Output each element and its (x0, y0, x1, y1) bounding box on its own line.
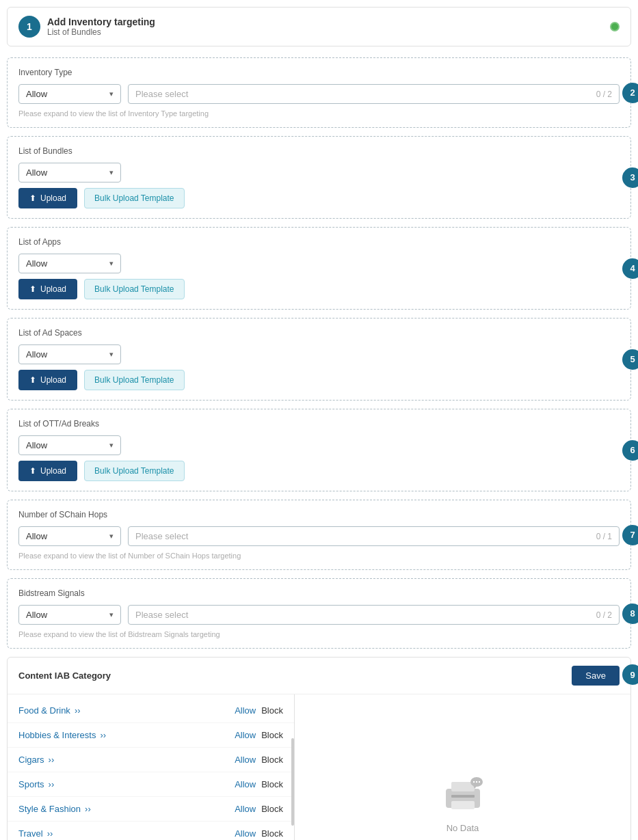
no-data-label: No Data (447, 823, 479, 833)
iab-item-left-2: Cigars › (18, 755, 54, 765)
ott-dropdown[interactable]: Allow (18, 435, 121, 455)
apps-dropdown[interactable]: Allow (18, 254, 121, 273)
adspaces-dropdown[interactable]: Allow (18, 344, 121, 364)
list-of-ad-spaces-section: List of Ad Spaces Allow Upload Bulk Uplo… (7, 318, 631, 401)
bundles-controls: Allow (18, 163, 620, 182)
no-data-icon (439, 775, 487, 816)
list-of-apps-section: List of Apps Allow Upload Bulk Upload Te… (7, 227, 631, 310)
upload-icon (29, 466, 36, 476)
bundles-dropdown[interactable]: Allow (18, 163, 121, 182)
iab-allow-button[interactable]: Allow (235, 705, 256, 716)
list-of-ott-section: List of OTT/Ad Breaks Allow Upload Bulk … (7, 409, 631, 491)
iab-block-button[interactable]: Block (261, 705, 283, 716)
iab-item-name: Cigars (18, 755, 44, 765)
iab-allow-button[interactable]: Allow (235, 730, 256, 740)
svg-rect-3 (451, 795, 475, 798)
iab-item-name: Style & Fashion (18, 804, 81, 814)
schain-select[interactable]: Please select 0 / 1 (128, 526, 620, 546)
iab-list-item[interactable]: Hobbies & Interests › Allow Block (8, 723, 294, 748)
schain-controls: Allow Please select 0 / 1 (18, 526, 620, 546)
chevron-right-icon: › (49, 755, 55, 765)
svg-point-7 (475, 781, 477, 782)
chevron-down-icon (109, 259, 114, 268)
step-4-badge: 4 (622, 258, 638, 279)
inventory-type-dropdown[interactable]: Allow (18, 84, 121, 104)
apps-label: List of Apps (18, 237, 620, 247)
adspaces-bulk-button[interactable]: Bulk Upload Template (84, 370, 185, 390)
step-8-badge: 8 (622, 604, 638, 624)
iab-item-actions: Allow Block (235, 705, 283, 716)
schain-label: Number of SChain Hops (18, 510, 620, 519)
inventory-type-select[interactable]: Please select 0 / 2 (128, 84, 620, 104)
chevron-down-icon (109, 168, 114, 177)
ott-buttons: Upload Bulk Upload Template (18, 461, 620, 481)
iab-header: Content IAB Category Save (8, 658, 630, 694)
bidstream-hint: Please expand to view the list of Bidstr… (18, 630, 620, 638)
iab-block-button[interactable]: Block (261, 730, 283, 740)
apps-controls: Allow (18, 254, 620, 273)
iab-item-name: Hobbies & Interests (18, 730, 96, 740)
chevron-down-icon (109, 90, 114, 98)
header-left: 1 Add Inventory targeting List of Bundle… (18, 16, 155, 38)
status-green-dot (610, 22, 620, 31)
upload-icon (29, 284, 36, 294)
iab-block-button[interactable]: Block (261, 755, 283, 765)
step-6-badge: 6 (622, 440, 638, 461)
iab-allow-button[interactable]: Allow (235, 828, 256, 839)
upload-icon (29, 375, 36, 385)
header-info: Add Inventory targeting List of Bundles (47, 16, 155, 37)
header-subtitle: List of Bundles (47, 27, 155, 37)
bundles-bulk-button[interactable]: Bulk Upload Template (84, 188, 185, 208)
ott-bulk-button[interactable]: Bulk Upload Template (84, 461, 185, 481)
bidstream-dropdown[interactable]: Allow (18, 605, 121, 625)
iab-item-left-3: Sports › (18, 779, 54, 789)
iab-block-button[interactable]: Block (261, 804, 283, 814)
iab-allow-button[interactable]: Allow (235, 804, 256, 814)
step-1-badge: 1 (18, 16, 40, 38)
iab-block-button[interactable]: Block (261, 828, 283, 839)
iab-item-name: Sports (18, 779, 44, 789)
step-9-badge: 9 (622, 664, 638, 685)
bidstream-section: Bidstream Signals Allow Please select 0 … (7, 578, 631, 649)
apps-buttons: Upload Bulk Upload Template (18, 279, 620, 299)
ott-label: List of OTT/Ad Breaks (18, 419, 620, 429)
iab-allow-button[interactable]: Allow (235, 779, 256, 789)
iab-item-name: Travel (18, 828, 43, 839)
scroll-indicator (291, 738, 294, 826)
bundles-buttons: Upload Bulk Upload Template (18, 188, 620, 208)
iab-list-item[interactable]: Cigars › Allow Block (8, 748, 294, 772)
adspaces-upload-button[interactable]: Upload (18, 370, 77, 390)
bidstream-label: Bidstream Signals (18, 588, 620, 598)
ott-upload-button[interactable]: Upload (18, 461, 77, 481)
iab-item-left-4: Style & Fashion › (18, 804, 91, 814)
save-button[interactable]: Save (572, 666, 620, 686)
bundles-label: List of Bundles (18, 146, 620, 156)
chevron-down-icon (109, 350, 114, 359)
schain-dropdown[interactable]: Allow (18, 526, 121, 546)
chevron-right-icon: › (47, 828, 53, 839)
iab-list-wrapper: Food & Drink › Allow Block Hobbies & Int… (8, 694, 295, 840)
schain-count: 0 / 1 (596, 532, 612, 541)
step-3-badge: 3 (622, 167, 638, 188)
iab-allow-button[interactable]: Allow (235, 755, 256, 765)
iab-list-item[interactable]: Style & Fashion › Allow Block (8, 797, 294, 822)
iab-list-item[interactable]: Sports › Allow Block (8, 772, 294, 797)
no-data-panel: No Data (295, 694, 630, 840)
bidstream-controls: Allow Please select 0 / 2 (18, 605, 620, 625)
bidstream-select[interactable]: Please select 0 / 2 (128, 605, 620, 625)
apps-upload-button[interactable]: Upload (18, 279, 77, 299)
inventory-type-controls: Allow Please select 0 / 2 (18, 84, 620, 104)
bundles-upload-button[interactable]: Upload (18, 188, 77, 208)
header-card: 1 Add Inventory targeting List of Bundle… (7, 7, 631, 46)
svg-point-6 (473, 781, 474, 782)
iab-block-button[interactable]: Block (261, 779, 283, 789)
inventory-type-hint: Please expand to view the list of Invent… (18, 109, 620, 118)
adspaces-buttons: Upload Bulk Upload Template (18, 370, 620, 390)
iab-list-item[interactable]: Food & Drink › Allow Block (8, 699, 294, 723)
iab-list-item[interactable]: Travel › Allow Block (8, 822, 294, 840)
apps-bulk-button[interactable]: Bulk Upload Template (84, 279, 185, 299)
schain-hint: Please expand to view the list of Number… (18, 552, 620, 560)
chevron-right-icon: › (75, 705, 81, 716)
iab-item-actions: Allow Block (235, 755, 283, 765)
iab-category-list: Food & Drink › Allow Block Hobbies & Int… (8, 694, 295, 840)
